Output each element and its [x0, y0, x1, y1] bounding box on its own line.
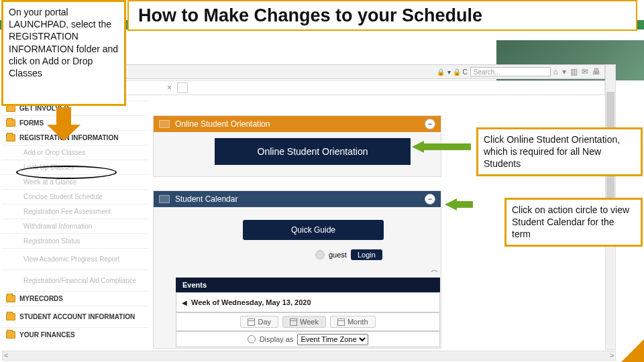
sidebar-folder-finances[interactable]: YOUR FINANCES — [2, 327, 148, 342]
panel-icon — [159, 195, 170, 203]
online-orientation-button[interactable]: Online Student Orientation — [215, 138, 411, 165]
callout-top-right: Click Online Student Orientation, which … — [476, 127, 643, 176]
prev-week-icon[interactable]: ◀ — [182, 299, 187, 306]
view-month-button[interactable]: Month — [330, 316, 376, 328]
mail-icon[interactable]: ✉ — [582, 67, 588, 76]
sidebar-item-academic-progress[interactable]: View Academic Progress Report — [2, 248, 148, 269]
calendar-view-switcher: Day Week Month — [176, 312, 440, 331]
sidebar-item-concise-schedule[interactable]: Concise Student Schedule — [2, 189, 148, 204]
calendar-icon — [248, 318, 255, 326]
folder-icon — [6, 119, 15, 127]
week-label: Week of Wednesday, May 13, 2020 — [191, 298, 311, 306]
sidebar-folder-student-account[interactable]: STUDENT ACCOUNT INFORMATION — [2, 306, 148, 327]
blank-tab-icon[interactable] — [177, 82, 188, 93]
browser-search-input[interactable]: Search... — [470, 67, 551, 76]
lock-icon: 🔒 — [437, 68, 445, 76]
page-title: How to Make Changes to your Schedule — [138, 5, 482, 26]
sidebar-item-withdrawal[interactable]: Withdrawal Information — [2, 219, 148, 233]
globe-icon — [248, 335, 256, 343]
page-corner-decoration — [621, 339, 644, 362]
tab-close-icon[interactable]: × — [167, 83, 172, 93]
user-icon — [315, 250, 325, 259]
calendar-icon — [337, 318, 345, 326]
slide-title-box: How to Make Changes to your Schedule — [127, 0, 637, 31]
panel-collapse-icon[interactable]: − — [425, 194, 435, 204]
security-indicator: ▾ 🔒 C — [447, 68, 468, 76]
scroll-right-icon[interactable]: > — [610, 352, 614, 359]
login-button[interactable]: Login — [351, 249, 382, 260]
quick-guide-button[interactable]: Quick Guide — [243, 220, 384, 240]
sidebar-item-fee-assessment[interactable]: Registration Fee Assessment — [2, 204, 148, 219]
events-header-bar: Events — [176, 278, 440, 292]
calendar-panel-header: Student Calendar − — [154, 191, 441, 207]
scroll-left-icon[interactable]: < — [4, 352, 8, 359]
panel-collapse-icon[interactable]: − — [425, 119, 435, 129]
events-week-row: ◀ Week of Wednesday, May 13, 2020 — [176, 292, 440, 312]
arrow-left-annotation — [445, 198, 473, 210]
arrow-down-annotation — [47, 107, 80, 141]
print-icon[interactable]: 🖶 — [592, 67, 600, 76]
folder-icon — [6, 295, 15, 302]
callout-left: On your portal LAUNCHPAD, select the REG… — [1, 0, 126, 106]
horizontal-scrollbar[interactable]: < > — [2, 351, 616, 361]
guest-login-row: guest Login — [315, 247, 440, 263]
folder-icon — [6, 313, 15, 320]
guest-label: guest — [329, 251, 347, 259]
arrow-left-annotation — [412, 141, 471, 153]
sidebar-item-add-drop[interactable]: Add or Drop Classes — [2, 145, 148, 160]
home-icon[interactable]: ⌂ — [553, 67, 558, 76]
view-week-button[interactable]: Week — [282, 316, 326, 328]
folder-icon — [6, 134, 15, 141]
highlight-circle-annotation — [16, 166, 117, 179]
browser-tool-icons: ⌂▾ ▥ ✉ 🖶 — [553, 67, 600, 76]
view-day-button[interactable]: Day — [240, 316, 278, 328]
orientation-panel-header: Online Student Orientation − — [154, 116, 441, 132]
sidebar-folder-myrecords[interactable]: MYRECORDS — [2, 291, 148, 306]
calendar-icon — [290, 318, 297, 326]
callout-mid-right: Click on action circle to view Student C… — [504, 198, 643, 247]
timezone-row: Display as Event Time Zone — [176, 331, 440, 347]
tz-select[interactable]: Event Time Zone — [297, 334, 368, 345]
tz-label: Display as — [260, 335, 294, 343]
panel-icon — [159, 120, 170, 128]
folder-icon — [6, 331, 15, 339]
sidebar-item-finaid-compliance[interactable]: Registration/Financial Aid Compliance — [2, 269, 148, 291]
chevron-up-icon[interactable]: ︿ — [431, 264, 439, 276]
feed-icon[interactable]: ▥ — [570, 67, 578, 76]
sidebar-item-reg-status[interactable]: Registration Status — [2, 233, 148, 248]
